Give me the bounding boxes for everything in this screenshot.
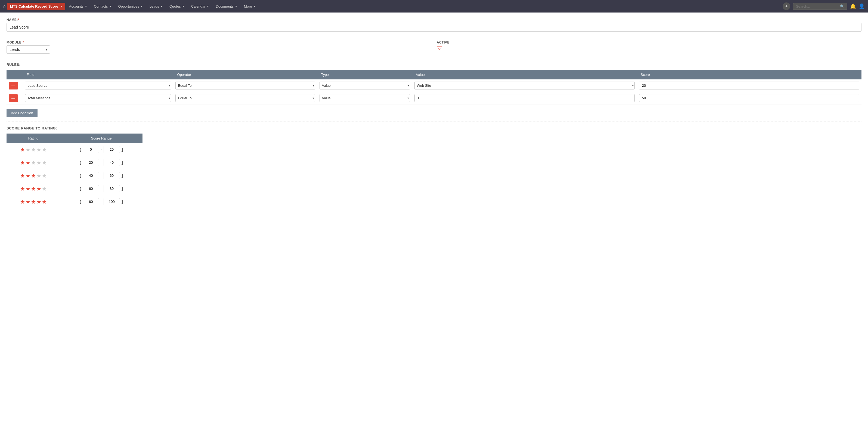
module-active-row: MODULE:* Leads Contacts Accounts Opportu… [6, 40, 862, 54]
nav-item-calendar[interactable]: Calendar ▼ [188, 3, 212, 10]
add-button[interactable]: + [783, 2, 790, 10]
remove-row-1-button[interactable]: — [9, 94, 18, 102]
search-bar-container: 🔍 [793, 3, 847, 10]
app-title-chevron: ▼ [60, 5, 63, 8]
range-from-2[interactable] [83, 172, 99, 179]
operator-select-0[interactable]: Equal ToNot Equal ToGreater ThanLess Tha… [176, 82, 315, 90]
app-title[interactable]: MTS Calculate Record Score ▼ [7, 3, 65, 10]
range-from-0[interactable] [83, 146, 99, 153]
stars-cell-2: ★★★★★ [6, 169, 60, 182]
rules-table: Field Operator Type Value Score —Lead So… [6, 70, 862, 104]
range-from-3[interactable] [83, 185, 99, 192]
separator-3 [6, 122, 862, 122]
separator-2 [6, 58, 862, 58]
range-from-4[interactable] [83, 198, 99, 205]
range-dash-4: - [101, 200, 102, 204]
add-condition-button[interactable]: Add Condition [6, 109, 37, 117]
star-4-5: ★ [42, 199, 47, 205]
nav-item-contacts[interactable]: Contacts ▼ [91, 3, 114, 10]
score-input-0[interactable] [639, 82, 859, 90]
nav-leads-label: Leads [150, 4, 159, 8]
range-cell-4: (-] [60, 195, 143, 208]
range-open-3: ( [80, 186, 81, 191]
nav-accounts-label: Accounts [69, 4, 84, 8]
range-open-2: ( [80, 173, 81, 178]
type-select-1[interactable]: ValueField [319, 94, 410, 102]
range-close-3: ] [122, 186, 123, 191]
nav-more-label: More [244, 4, 252, 8]
nav-opportunities-chevron: ▼ [140, 5, 143, 8]
nav-item-opportunities[interactable]: Opportunities ▼ [115, 3, 146, 10]
nav-documents-label: Documents [216, 4, 234, 8]
range-to-2[interactable] [103, 172, 120, 179]
value-input-1[interactable] [414, 94, 635, 102]
nav-item-leads[interactable]: Leads ▼ [147, 3, 165, 10]
stars-cell-1: ★★★★★ [6, 156, 60, 169]
star-2-4: ★ [36, 173, 41, 179]
star-2-2: ★ [26, 173, 30, 179]
remove-cell: — [6, 80, 23, 92]
range-close-4: ] [122, 200, 123, 204]
range-close-1: ] [122, 160, 123, 165]
nav-more-chevron: ▼ [253, 5, 256, 8]
star-3-5: ★ [42, 185, 47, 192]
range-to-1[interactable] [103, 159, 120, 166]
range-close-0: ] [122, 147, 123, 152]
star-1-2: ★ [26, 159, 30, 166]
col-score: Score [637, 70, 862, 80]
table-row: ★★★★★(-] [6, 195, 143, 208]
nav-calendar-label: Calendar [191, 4, 206, 8]
nav-item-documents[interactable]: Documents ▼ [213, 3, 240, 10]
module-label-text: MODULE: [6, 40, 23, 44]
range-dash-0: - [101, 147, 102, 152]
value-select-0[interactable]: Web SiteCold CallEmailTrade ShowWord of … [414, 82, 635, 90]
nav-quotes-label: Quotes [169, 4, 181, 8]
home-icon[interactable]: ⌂ [3, 3, 6, 9]
table-row: ★★★★★(-] [6, 169, 143, 182]
stars-cell-3: ★★★★★ [6, 182, 60, 195]
type-cell: ValueField [317, 92, 412, 104]
score-input-1[interactable] [639, 94, 859, 102]
nav-contacts-label: Contacts [94, 4, 108, 8]
star-1-1: ★ [20, 159, 25, 166]
rules-section-label: RULES: [6, 63, 862, 67]
star-0-3: ★ [31, 146, 36, 153]
module-required: * [23, 40, 24, 44]
range-to-3[interactable] [103, 185, 120, 192]
user-avatar[interactable]: 👤 [859, 3, 865, 9]
nav-calendar-chevron: ▼ [207, 5, 209, 8]
star-2-5: ★ [42, 173, 47, 179]
col-operator: Operator [173, 70, 317, 80]
name-input[interactable] [6, 23, 862, 32]
range-cell-2: (-] [60, 169, 143, 182]
active-checkbox[interactable]: ✕ [437, 47, 442, 52]
name-label-text: NAME: [6, 18, 18, 22]
range-dash-1: - [101, 160, 102, 165]
star-3-4: ★ [36, 185, 41, 192]
range-cell-3: (-] [60, 182, 143, 195]
nav-item-quotes[interactable]: Quotes ▼ [167, 3, 187, 10]
bell-icon[interactable]: 🔔 [850, 3, 856, 9]
range-to-4[interactable] [103, 198, 120, 205]
type-select-0[interactable]: ValueField [319, 82, 410, 90]
score-cell [637, 80, 862, 92]
range-from-1[interactable] [83, 159, 99, 166]
value-cell: Web SiteCold CallEmailTrade ShowWord of … [412, 80, 637, 92]
range-open-0: ( [80, 147, 81, 152]
table-row: ★★★★★(-] [6, 182, 143, 195]
score-range-col-range: Score Range [60, 133, 143, 143]
field-select-0[interactable]: Lead SourceTotal MeetingsFirst NameLast … [25, 82, 171, 90]
operator-select-1[interactable]: Equal ToNot Equal ToGreater ThanLess Tha… [176, 94, 315, 102]
nav-item-more[interactable]: More ▼ [241, 3, 258, 10]
module-label: MODULE:* [6, 40, 431, 44]
search-input[interactable] [796, 4, 838, 8]
score-range-col-rating: Rating [6, 133, 60, 143]
module-select-wrapper: Leads Contacts Accounts Opportunities [6, 45, 50, 54]
nav-item-accounts[interactable]: Accounts ▼ [66, 3, 90, 10]
field-select-1[interactable]: Lead SourceTotal MeetingsFirst NameLast … [25, 94, 171, 102]
active-check-icon: ✕ [438, 47, 441, 52]
range-to-0[interactable] [103, 146, 120, 153]
remove-row-0-button[interactable]: — [9, 82, 18, 90]
star-2-1: ★ [20, 173, 25, 179]
module-select[interactable]: Leads Contacts Accounts Opportunities [6, 45, 50, 54]
